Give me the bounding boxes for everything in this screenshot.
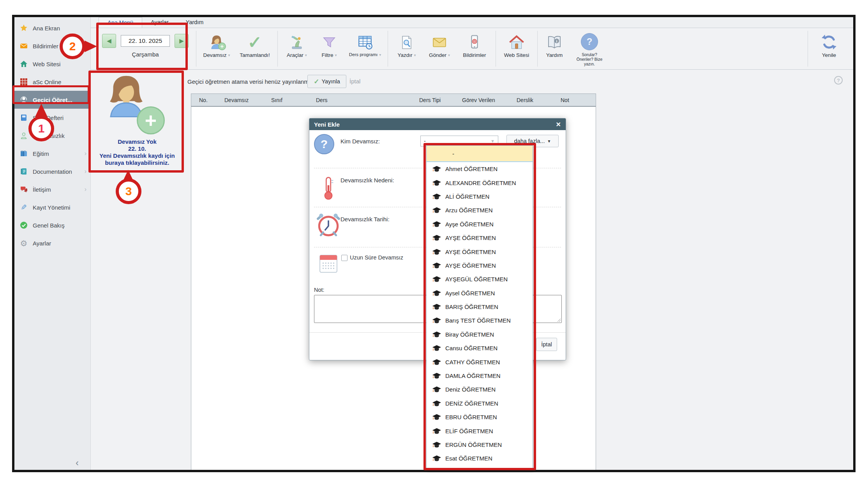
teacher-option[interactable]: ALİ ÖĞRETMEN [427,190,533,203]
teacher-option[interactable]: BARIŞ ÖĞRETMEN [427,300,533,314]
calendar-icon [318,252,339,275]
table-header-cell: Görev Verilen [462,97,495,103]
date-field[interactable]: 22. 10. 2025 [121,35,170,47]
sidebar-item-iletisim[interactable]: İletişim › [14,180,90,198]
toolbar-separator [537,31,538,67]
caret-down-icon: ▾ [335,53,337,57]
graduation-cap-icon [432,180,441,186]
teacher-option[interactable]: Esma ÖĞRETMEN [427,466,533,470]
grid-icon [19,78,28,86]
who-absent-select[interactable]: - ▼ [420,136,498,146]
sidebar-item-kayit-yonetimi[interactable]: ✎ Kayıt Yönetimi [14,198,90,216]
chevron-right-icon: › [85,150,86,157]
teacher-option[interactable]: DENİZ ÖĞRETMEN [427,397,533,410]
sidebar-item-gecici-ogretmen[interactable]: Geçici Öğret... [14,91,90,109]
sidebar-item-label: Ana Ekran [33,25,60,32]
publish-button[interactable]: ✓ Yayınla [307,75,346,88]
envelope-icon [19,42,28,50]
filtre-button[interactable]: Filtre▾ [314,31,345,58]
devamsiz-button[interactable]: + Devamsız▾ [199,31,235,58]
caret-down-icon: ▾ [379,53,381,57]
bildirimler-button[interactable]: Bildirimler [456,31,493,58]
teacher-option[interactable]: CATHY ÖĞRETMEN [427,355,533,369]
yazdir-button[interactable]: Yazdır▾ [390,31,423,58]
sidebar-item-genel-bakis[interactable]: Genel Bakış [14,216,90,234]
sidebar-item-asc-online[interactable]: aSc Online [14,73,90,91]
chevron-right-icon: › [85,186,86,193]
absence-date-label: Devamsızlık Tarihi: [340,216,390,222]
graduation-cap-icon [432,345,441,351]
sidebar-item-bildirimler[interactable]: Bildirimler [14,37,90,55]
teacher-option[interactable]: DAMLA ÖĞRETMEN [427,369,533,383]
teacher-option[interactable]: Cansu ÖĞRETMEN [427,341,533,355]
gear-icon: ⚙ [19,239,28,247]
table-header-cell: Ders [316,97,328,103]
caret-down-icon: ▼ [547,139,551,143]
tab-yardim[interactable]: Yardım [177,17,212,28]
teacher-name: Esma ÖĞRETMEN [445,469,496,470]
teacher-option[interactable]: Esat ÖĞRETMEN [427,452,533,465]
previous-day-button[interactable]: ◀ [102,34,116,48]
teacher-option[interactable]: Ahmet ÖĞRETMEN [427,162,533,176]
sidebar-item-ayarlar[interactable]: ⚙ Ayarlar [14,234,90,252]
dropdown-options: Ahmet ÖĞRETMEN ALEXANDRE ÖĞRETMEN ALİ ÖĞ… [427,162,533,470]
teacher-option[interactable]: Barış TEST ÖĞRETMEN [427,314,533,327]
dialog-cancel-button[interactable]: İptal [536,338,557,351]
teacher-option[interactable]: ERGÜN ÖĞRETMEN [427,438,533,452]
teacher-option[interactable]: Aysel ÖĞRETMEN [427,286,533,300]
teacher-name: CATHY ÖĞRETMEN [445,359,500,365]
sidebar-item-documentation[interactable]: Documentation › [14,162,90,180]
gonder-button[interactable]: Gönder▾ [423,31,456,58]
teacher-name: Aysel ÖĞRETMEN [445,290,495,296]
yardim-button[interactable]: i Yardım [540,31,569,58]
publish-cancel-link[interactable]: İptal [349,78,360,85]
sidebar-item-label: Sınıf Defteri [33,115,64,121]
long-absence-checkbox[interactable] [341,255,348,261]
sidebar: Ana Ekran Bildirimler Web Sitesi aSc Onl… [14,17,91,470]
tamamlandi-button[interactable]: ✓ Tamamlandı! [235,31,275,58]
teacher-option[interactable]: ELİF ÖĞRETMEN [427,424,533,438]
graduation-cap-icon [432,235,441,241]
refresh-icon [821,32,837,50]
sidebar-item-devamsizlik[interactable]: Devamsızlık [14,127,90,145]
web-sitesi-button[interactable]: Web Sitesi [498,31,535,58]
ders-programi-button[interactable]: Ders programı▾ [345,31,385,57]
sidebar-item-sinif-defteri[interactable]: Sınıf Defteri [14,109,90,127]
araclar-button[interactable]: Araçlar▾ [280,31,314,58]
close-icon[interactable]: ✕ [556,121,561,128]
teacher-option[interactable]: AYŞE ÖĞRETMEN [427,245,533,258]
sorular-button[interactable]: ? Sorular? Öneriler? Bize yazın. [569,31,610,66]
dropdown-empty-option[interactable]: - [427,146,533,161]
tab-ayarlar[interactable]: Ayarlar [142,17,177,28]
sidebar-item-egitim[interactable]: Eğitim › [14,145,90,162]
sidebar-collapse-button[interactable]: ‹ [71,457,83,468]
tools-icon [289,32,305,50]
sidebar-item-web-sitesi[interactable]: Web Sitesi [14,55,90,73]
graduation-cap-icon [432,276,441,282]
toolbar: ◀ 22. 10. 2025 ▶ Çarşamba + Devamsız▾ ✓ … [91,28,853,70]
help-icon[interactable]: ? [834,76,843,85]
teacher-option[interactable]: AYŞE ÖĞRETMEN [427,231,533,245]
tab-ana-menu[interactable]: Ana Menü [99,17,142,28]
table-header-cell: Ders Tipi [419,97,441,103]
send-envelope-icon [431,32,448,50]
next-day-button[interactable]: ▶ [175,34,189,48]
teacher-option[interactable]: Deniz ÖĞRETMEN [427,383,533,396]
teacher-option[interactable]: AYŞE ÖĞRETMEN [427,259,533,272]
teacher-option[interactable]: EBRU ÖĞRETMEN [427,410,533,424]
sidebar-item-ana-ekran[interactable]: Ana Ekran [14,19,90,37]
new-absence-card[interactable]: + Devamsız Yok 22. 10. Yeni Devamsızlık … [92,73,183,170]
teacher-dropdown-list: - Ahmet ÖĞRETMEN ALEXANDRE ÖĞRETMEN ALİ … [426,145,533,470]
table-header-cell: Devamsız [224,97,249,103]
chevron-right-icon: › [85,168,86,175]
yenile-button[interactable]: Yenile [810,31,848,58]
dialog-title: Yeni Ekle [314,121,556,128]
publish-status-message: Geçici öğretmen atama verisi henüz yayın… [187,78,319,85]
teacher-option[interactable]: Ayşe ÖĞRETMEN [427,217,533,231]
absent-teacher-icon: + [209,32,224,50]
teacher-option[interactable]: Biray ÖĞRETMEN [427,328,533,341]
new-absence-card-text: Devamsız Yok 22. 10. Yeni Devamsızlık ka… [92,138,183,166]
teacher-option[interactable]: ALEXANDRE ÖĞRETMEN [427,176,533,189]
teacher-option[interactable]: Arzu ÖĞRETMEN [427,203,533,217]
teacher-option[interactable]: AYŞEGÜL ÖĞRETMEN [427,272,533,286]
